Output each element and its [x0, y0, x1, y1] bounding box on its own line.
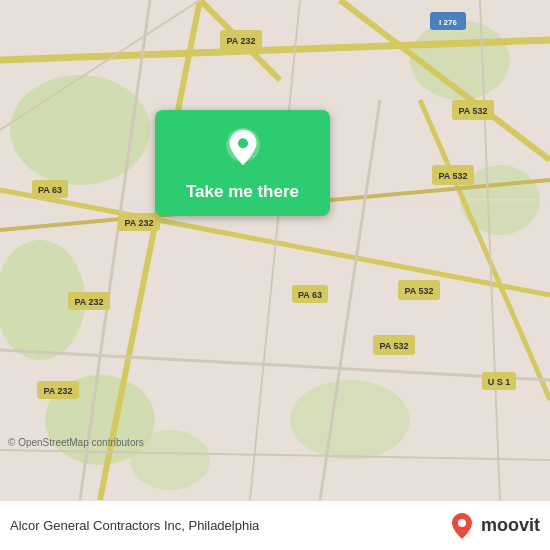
svg-text:U S 1: U S 1: [488, 377, 511, 387]
svg-point-1: [10, 75, 150, 185]
moovit-text: moovit: [481, 515, 540, 536]
svg-text:PA 232: PA 232: [43, 386, 72, 396]
location-pin-icon: [221, 128, 265, 172]
map-container: PA 232 I 276 PA 532 PA 532 PA 532 PA 532…: [0, 0, 550, 500]
bottom-bar: Alcor General Contractors Inc, Philadelp…: [0, 500, 550, 550]
svg-text:PA 532: PA 532: [404, 286, 433, 296]
svg-text:PA 63: PA 63: [38, 185, 62, 195]
svg-point-6: [290, 380, 410, 460]
svg-text:PA 532: PA 532: [379, 341, 408, 351]
svg-point-49: [458, 519, 466, 527]
map-svg: PA 232 I 276 PA 532 PA 532 PA 532 PA 532…: [0, 0, 550, 500]
svg-text:I 276: I 276: [439, 18, 457, 27]
moovit-logo-icon: [447, 511, 477, 541]
osm-credit: © OpenStreetMap contributors: [8, 437, 144, 448]
moovit-logo: moovit: [447, 511, 540, 541]
bottom-title: Alcor General Contractors Inc, Philadelp…: [10, 518, 447, 533]
svg-point-48: [237, 138, 247, 148]
svg-text:PA 232: PA 232: [124, 218, 153, 228]
svg-text:PA 63: PA 63: [298, 290, 322, 300]
take-me-there-button[interactable]: Take me there: [155, 110, 330, 216]
svg-text:PA 532: PA 532: [458, 106, 487, 116]
svg-text:PA 232: PA 232: [74, 297, 103, 307]
svg-text:PA 532: PA 532: [438, 171, 467, 181]
take-me-there-label: Take me there: [186, 182, 299, 202]
svg-text:PA 232: PA 232: [226, 36, 255, 46]
